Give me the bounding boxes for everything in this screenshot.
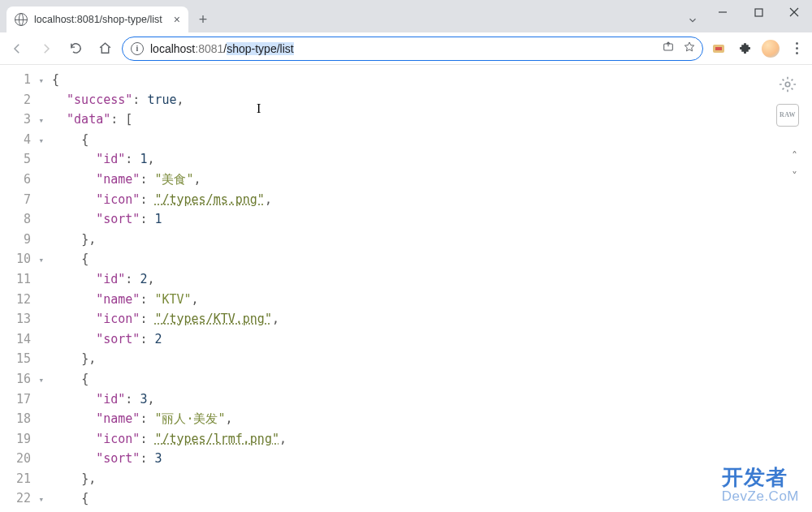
forward-button[interactable]	[34, 37, 58, 61]
address-bar[interactable]: i localhost:8081/shop-type/list	[122, 37, 703, 61]
text-cursor-icon: I	[257, 102, 261, 115]
line-number: 12	[0, 290, 34, 310]
json-viewer-toolbar: RAW	[776, 73, 799, 127]
line-number: 9	[0, 230, 34, 250]
line-number: 7	[0, 190, 34, 210]
line-number[interactable]: 4	[0, 130, 34, 150]
share-icon[interactable]	[662, 41, 675, 56]
line-number: 6	[0, 170, 34, 190]
line-number: 15	[0, 349, 34, 369]
reload-button[interactable]	[63, 37, 88, 61]
line-number: 11	[0, 269, 34, 290]
scroll-controls: ˄ ˅	[792, 146, 797, 186]
scroll-up-icon[interactable]: ˄	[792, 146, 797, 166]
site-info-icon[interactable]: i	[131, 42, 144, 55]
line-number: 20	[0, 449, 34, 469]
line-number[interactable]: 3	[0, 110, 34, 130]
line-number: 21	[0, 469, 34, 489]
close-window-button[interactable]	[776, 0, 812, 24]
back-button[interactable]	[5, 37, 29, 61]
browser-toolbar: i localhost:8081/shop-type/list	[0, 32, 812, 65]
watermark-line1: 开发者	[722, 467, 799, 488]
line-number: 14	[0, 329, 34, 350]
maximize-button[interactable]	[741, 0, 776, 24]
bookmark-star-icon[interactable]	[683, 41, 696, 56]
line-number[interactable]: 10	[0, 249, 34, 269]
browser-tab[interactable]: localhost:8081/shop-type/list ×	[6, 6, 188, 32]
svg-rect-6	[715, 47, 722, 50]
profile-avatar[interactable]	[760, 38, 781, 59]
svg-rect-1	[755, 9, 762, 16]
line-number: 13	[0, 309, 34, 329]
json-viewer: 1 2 3 4 5 6 7 8 9 10 11 12 13 14 15 16 1…	[0, 65, 812, 512]
new-tab-button[interactable]: +	[192, 8, 214, 31]
url-text: localhost:8081/shop-type/list	[150, 42, 294, 55]
tab-search-chevron-icon[interactable]	[680, 8, 705, 32]
line-number[interactable]: 16	[0, 369, 34, 389]
globe-icon	[15, 13, 28, 26]
line-gutter: 1 2 3 4 5 6 7 8 9 10 11 12 13 14 15 16 1…	[0, 65, 36, 512]
extension-icon-1[interactable]	[708, 38, 729, 59]
tab-title: localhost:8081/shop-type/list	[34, 14, 162, 25]
window-titlebar: localhost:8081/shop-type/list × +	[0, 0, 812, 32]
line-number[interactable]: 1	[0, 70, 34, 90]
line-number: 19	[0, 429, 34, 450]
window-controls	[705, 0, 812, 32]
line-number: 18	[0, 409, 34, 429]
tab-strip: localhost:8081/shop-type/list × +	[0, 0, 680, 32]
line-number: 2	[0, 90, 34, 110]
line-number[interactable]: 22	[0, 488, 34, 509]
extensions-puzzle-icon[interactable]	[734, 38, 755, 59]
line-number: 8	[0, 209, 34, 230]
home-button[interactable]	[93, 37, 117, 61]
svg-point-7	[785, 82, 790, 87]
minimize-button[interactable]	[705, 0, 741, 24]
json-code[interactable]: { "success": true, "data": [ { "id": 1, …	[36, 65, 287, 512]
line-number: 17	[0, 389, 34, 410]
close-tab-icon[interactable]: ×	[174, 14, 180, 25]
gear-icon[interactable]	[776, 73, 799, 96]
scroll-down-icon[interactable]: ˅	[792, 166, 797, 187]
raw-toggle-button[interactable]: RAW	[776, 104, 799, 127]
watermark: 开发者 DevZe.CoM	[722, 467, 799, 507]
kebab-menu-button[interactable]	[786, 38, 807, 59]
line-number: 5	[0, 149, 34, 170]
watermark-line2: DevZe.CoM	[722, 487, 799, 507]
